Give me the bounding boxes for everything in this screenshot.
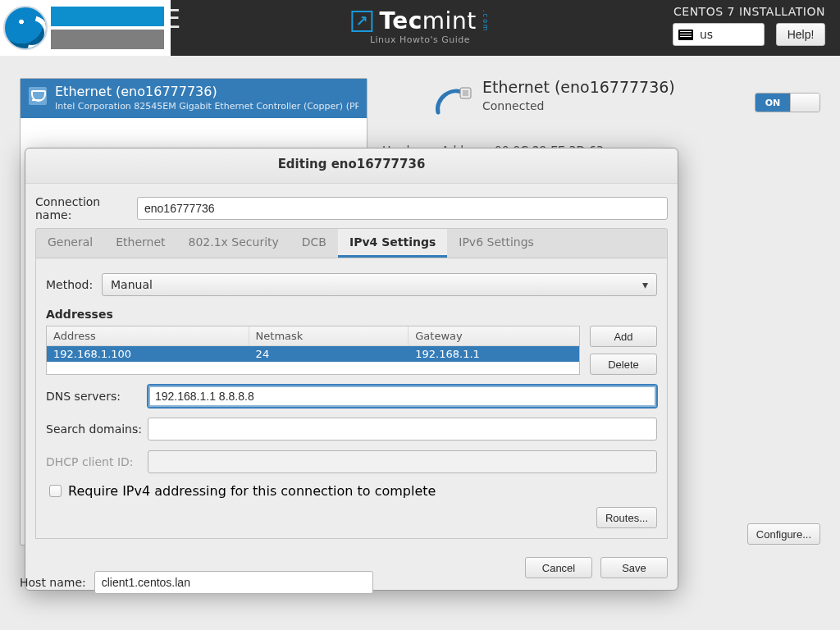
- help-button[interactable]: Help!: [776, 23, 825, 46]
- keyboard-icon: [678, 30, 693, 40]
- connection-name-label: Connection name:: [35, 195, 137, 221]
- svg-rect-1: [463, 90, 468, 96]
- top-banner: E Tecmint .com Linux Howto's Guide CENTO…: [0, 0, 840, 56]
- col-address: Address: [47, 326, 249, 345]
- addresses-table[interactable]: Address Netmask Gateway 192.168.1.100 24…: [46, 326, 580, 375]
- col-gateway: Gateway: [409, 326, 579, 345]
- table-row[interactable]: 192.168.1.100 24 192.168.1.1: [47, 346, 579, 362]
- installer-title: CENTOS 7 INSTALLATION: [673, 5, 825, 18]
- routes-button[interactable]: Routes...: [596, 507, 657, 528]
- brand-bold: Tec: [379, 7, 422, 34]
- toggle-on-label: ON: [756, 94, 790, 112]
- content-area: Ethernet (eno16777736) Intel Corporation…: [0, 56, 840, 630]
- brand: Tecmint .com Linux Howto's Guide: [351, 7, 488, 45]
- logo-bars: [51, 7, 164, 49]
- connection-detail-title: Ethernet (eno16777736): [482, 78, 675, 96]
- connection-detail-pane: Ethernet (eno16777736) Connected ON Hard…: [382, 78, 820, 119]
- method-selected-value: Manual: [111, 278, 153, 291]
- method-label: Method:: [46, 278, 102, 291]
- tab-ethernet[interactable]: Ethernet: [104, 229, 176, 258]
- method-select[interactable]: Manual: [102, 273, 657, 296]
- search-domains-label: Search domains:: [46, 422, 148, 436]
- ethernet-cable-icon: [433, 83, 472, 119]
- connection-name-input[interactable]: [137, 197, 668, 220]
- logo-icon: [3, 6, 48, 50]
- delete-address-button[interactable]: Delete: [590, 354, 657, 375]
- settings-tabs: General Ethernet 802.1x Security DCB IPv…: [35, 228, 668, 258]
- dhcp-client-id-label: DHCP client ID:: [46, 455, 148, 468]
- connection-list-item-selected[interactable]: Ethernet (eno16777736) Intel Corporation…: [21, 79, 367, 118]
- dialog-title: Editing eno16777736: [25, 148, 678, 184]
- addresses-table-header: Address Netmask Gateway: [47, 326, 579, 346]
- banner-right: CENTOS 7 INSTALLATION us Help!: [673, 5, 825, 46]
- cell-gateway: 192.168.1.1: [409, 346, 579, 362]
- col-netmask: Netmask: [249, 326, 409, 345]
- connection-item-subtitle: Intel Corporation 82545EM Gigabit Ethern…: [55, 101, 358, 112]
- keyboard-layout-selector[interactable]: us: [673, 23, 765, 46]
- require-ipv4-checkbox[interactable]: [49, 485, 62, 497]
- tab-ipv4[interactable]: IPv4 Settings: [338, 229, 447, 258]
- hostname-label: Host name:: [20, 576, 86, 589]
- toggle-knob: [790, 94, 819, 112]
- tab-ipv6[interactable]: IPv6 Settings: [447, 229, 546, 258]
- connection-toggle[interactable]: ON: [755, 93, 820, 112]
- edit-connection-dialog: Editing eno16777736 Connection name: Gen…: [25, 148, 678, 591]
- save-button[interactable]: Save: [600, 557, 668, 578]
- dns-servers-input[interactable]: [148, 385, 657, 408]
- cell-address: 192.168.1.100: [47, 346, 249, 362]
- tab-8021x[interactable]: 802.1x Security: [177, 229, 290, 258]
- dhcp-client-id-input: [148, 450, 657, 473]
- hostname-input[interactable]: [94, 571, 373, 594]
- dns-servers-label: DNS servers:: [46, 390, 148, 403]
- tab-general[interactable]: General: [36, 229, 104, 258]
- configure-button[interactable]: Configure...: [747, 523, 820, 545]
- add-address-button[interactable]: Add: [590, 326, 657, 347]
- ethernet-plug-icon: [29, 87, 47, 105]
- tab-dcb[interactable]: DCB: [290, 229, 338, 258]
- hostname-row: Host name:: [20, 571, 373, 594]
- brand-dotcom: .com: [482, 10, 489, 33]
- keyboard-layout-label: us: [700, 28, 713, 41]
- site-logo-overlay: [0, 0, 171, 56]
- cell-netmask: 24: [249, 346, 409, 362]
- addresses-section-label: Addresses: [46, 308, 657, 321]
- search-domains-input[interactable]: [148, 418, 657, 441]
- brand-subtitle: Linux Howto's Guide: [351, 34, 488, 45]
- require-ipv4-row[interactable]: Require IPv4 addressing for this connect…: [49, 483, 657, 499]
- connection-item-title: Ethernet (eno16777736): [55, 84, 358, 99]
- connection-detail-status: Connected: [482, 99, 675, 112]
- cancel-button[interactable]: Cancel: [525, 557, 592, 578]
- ipv4-settings-pane: Method: Manual Addresses Address Netmask…: [35, 258, 668, 539]
- brand-light: mint: [422, 7, 477, 34]
- brand-arrow-icon: [351, 11, 372, 32]
- require-ipv4-label: Require IPv4 addressing for this connect…: [68, 483, 436, 499]
